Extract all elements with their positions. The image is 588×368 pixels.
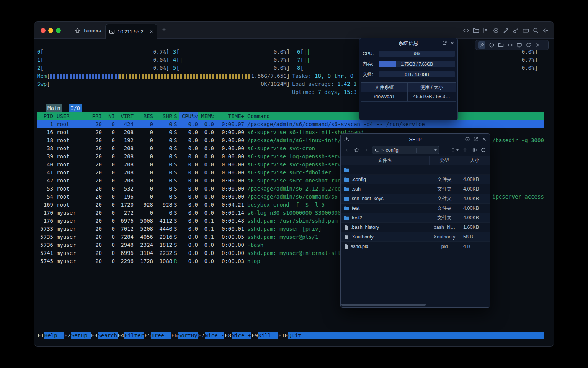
fs-table-header: 文件系统使用 / 大小 [361,83,456,92]
pin-icon[interactable] [478,41,485,49]
sftp-file-row[interactable]: .XauthorityXauthority58 B [341,232,490,242]
search-icon[interactable] [532,27,539,34]
back-icon[interactable] [345,147,350,153]
folder-icon[interactable] [473,27,479,34]
zoom-window-button[interactable] [56,28,61,33]
close-tab-icon[interactable] [149,30,154,34]
sftp-file-row[interactable]: test2文件夹4.00KB [341,213,490,223]
file-type: 文件夹 [430,186,459,192]
fnbar-filler [308,332,544,339]
home-icon[interactable] [354,147,359,153]
file-name: ssh_host_keys [352,196,384,201]
close-icon[interactable] [535,42,541,48]
key-icon[interactable] [513,27,519,34]
settings-gear-icon[interactable] [542,27,549,34]
sftp-file-row[interactable]: test文件夹4.00KB [341,204,490,213]
keyboard-icon[interactable] [523,27,529,34]
file-rows: ...config文件夹4.00KB.ssh文件夹4.00KBssh_host_… [341,165,490,307]
tab-termora-home[interactable]: Termora [69,22,108,39]
system-info-panel: 系统信息 CPU:0%内存:1.75GB / 7.65GB交换:0 B / 1.… [359,38,458,120]
fn-f5-button[interactable]: F5Tree [144,332,171,339]
column-filename: 文件名 [341,156,430,165]
screen-tab-io[interactable]: I/O [69,104,82,112]
cpu-meter-0: 0[0.7%] [37,48,169,56]
refresh-icon[interactable] [480,147,486,153]
fn-f8-button[interactable]: F8Nice + [224,332,251,339]
sftp-file-row[interactable]: .. [341,165,490,175]
bookmark-dropdown-icon[interactable] [456,150,459,151]
sftp-file-row[interactable]: .bash_historybash_hi…1.60KB [341,223,490,232]
log-icon[interactable] [483,27,489,34]
open-external-icon[interactable] [473,136,479,142]
process-row-1[interactable]: 1root20042400S0.00.00:00.07/package/admi… [37,120,544,128]
fs-table-row: /dev/vda145.61GB / 58.3… [361,92,456,102]
file-table-header[interactable]: 文件名 类型 大小 [341,156,490,165]
path-divider [416,148,416,153]
display-icon[interactable] [516,42,522,48]
horizontal-scrollbar[interactable] [341,304,426,306]
swap-meter-value: 0K/1024M [261,80,286,88]
close-icon[interactable] [482,136,487,142]
forward-icon[interactable] [363,147,369,153]
record-icon[interactable] [493,27,499,34]
system-info-titlebar: 系统信息 [359,38,457,48]
file-name: sshd.pid [351,244,369,249]
fn-f2-button[interactable]: F2Setup [64,332,91,339]
new-tab-button[interactable] [161,27,167,33]
code-icon[interactable] [463,27,469,34]
sysinfo-row: 交换:0 B / 1.00GB [363,71,455,77]
function-key-bar: F1HelpF2SetupF3SearchF4FilterF5TreeF6Sor… [37,332,544,339]
path-dropdown-icon[interactable] [434,150,437,151]
column-size: 大小 [459,156,490,165]
computer-icon [375,148,379,153]
sftp-file-row[interactable]: .config文件夹4.00KB [341,175,490,184]
fn-f3-button[interactable]: F3Search [91,332,118,339]
folder-icon [344,215,350,220]
file-icon [344,225,348,230]
file-size: 4.00KB [459,196,490,201]
parent-directory-icon[interactable] [462,147,468,153]
sftp-file-row[interactable]: ssh_host_keys文件夹4.00KB [341,194,490,204]
terminal-icon [109,29,115,34]
sftp-file-row[interactable]: sshd.pidpid4 B [341,242,490,251]
file-name: .config [352,177,366,182]
cpu-meter-5: 5[0.0%] [173,64,290,72]
breadcrumb-segment[interactable]: config [385,148,398,153]
sysinfo-progress-bar: 0 B / 1.00GB [379,71,455,77]
fn-f10-button[interactable]: F10Quit [278,332,308,339]
sftp-titlebar[interactable]: SFTP [341,134,490,145]
fn-f1-button[interactable]: F1Help [37,332,64,339]
session-tab-label: 10.211.55.2 [118,29,144,34]
fn-f7-button[interactable]: F7Nice - [198,332,224,339]
memory-meter-value: 1.56G/7.65G [251,72,287,80]
transfers-download-icon[interactable] [344,136,350,142]
sftp-file-row[interactable]: .ssh文件夹4.00KB [341,184,490,194]
cpu-meter-column-2: 3[0.0%]4[|0.7%]5[0.0%] [173,48,290,72]
close-icon[interactable] [450,41,455,46]
edit-icon[interactable] [503,27,509,34]
process-table-header[interactable]: PID USER PRI NI VIRT RES SHR S CPU%▽ MEM… [37,112,544,120]
screen-tab-main[interactable]: Main [46,104,62,112]
minimize-window-button[interactable] [48,28,53,33]
open-external-icon[interactable] [442,41,447,46]
bookmark-button[interactable] [451,148,459,153]
file-icon [344,244,348,249]
system-info-title: 系统信息 [399,40,418,47]
sync-icon[interactable] [526,42,531,48]
memory-meter: Mem[ 1.56G/7.65G ] [37,72,290,80]
file-name: test [352,205,359,211]
close-window-button[interactable] [41,28,46,33]
tab-session[interactable]: 10.211.55.2 [105,24,157,39]
sysinfo-progress-bar: 0% [379,51,455,57]
fn-f9-button[interactable]: F9Kill [251,332,278,339]
code-icon[interactable] [507,42,513,48]
help-icon[interactable] [465,136,470,142]
path-breadcrumb[interactable]: > config [372,146,439,154]
folder-icon[interactable] [498,42,504,48]
cpu-meter-1: 1[0.0%] [37,56,169,64]
info-icon[interactable] [489,42,495,48]
fn-f6-button[interactable]: F6SortBy [171,332,198,339]
show-hidden-eye-icon[interactable] [471,147,477,153]
fn-f4-button[interactable]: F4Filter [118,332,144,339]
folder-icon [344,177,350,182]
